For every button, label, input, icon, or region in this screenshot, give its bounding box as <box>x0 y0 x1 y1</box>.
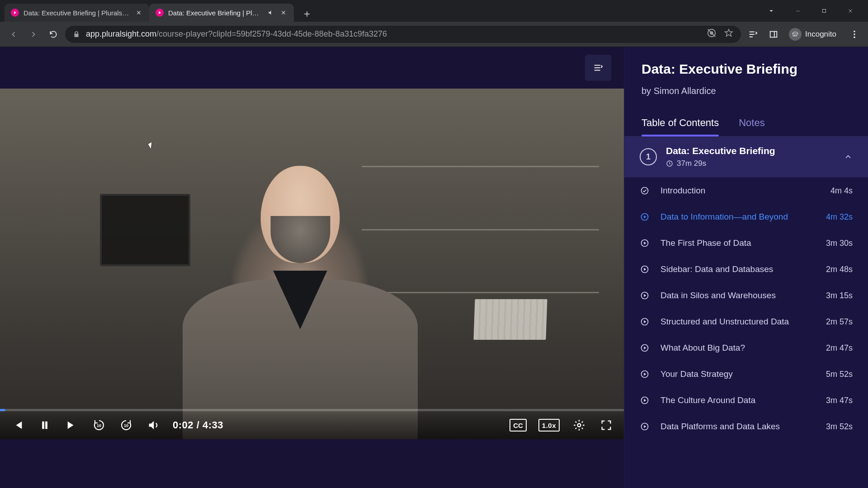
clip-duration: 2m 47s <box>826 343 853 353</box>
profile-button[interactable]: Incognito <box>786 26 842 42</box>
browser-reload-button[interactable] <box>45 26 61 42</box>
video-column: 10 10 0:02 / 4:33 CC 1.0x <box>0 47 624 488</box>
svg-rect-3 <box>770 31 777 37</box>
next-clip-button[interactable] <box>64 418 80 433</box>
address-bar[interactable]: app.pluralsight.com/course-player?clipId… <box>65 26 741 43</box>
clip-title: Structured and Unstructured Data <box>660 317 815 327</box>
play-circle-icon <box>640 264 650 274</box>
video-controls: 10 10 0:02 / 4:33 CC 1.0x <box>0 411 624 439</box>
playback-speed-button[interactable]: 1.0x <box>538 419 560 432</box>
clip-row[interactable]: Data in Silos and Warehouses3m 15s <box>624 282 868 309</box>
side-panel-icon[interactable] <box>765 26 782 42</box>
clip-row[interactable]: Your Data Strategy5m 52s <box>624 361 868 387</box>
browser-action-icons: Incognito <box>745 26 863 42</box>
clip-title: Sidebar: Data and Databases <box>660 264 815 274</box>
volume-button[interactable] <box>146 418 161 433</box>
audio-playing-icon[interactable] <box>267 9 275 17</box>
clip-row[interactable]: Sidebar: Data and Databases2m 48s <box>624 256 868 282</box>
play-circle-icon <box>640 291 650 300</box>
clip-duration: 3m 47s <box>826 396 853 405</box>
window-minimize-button[interactable] <box>785 3 811 19</box>
browser-tab-1[interactable]: Data: Executive Briefing | Pluralsight <box>149 4 294 22</box>
course-sidebar: Data: Executive Briefing by Simon Allard… <box>624 47 868 488</box>
play-pause-button[interactable] <box>37 418 52 433</box>
clip-duration: 3m 30s <box>826 239 853 248</box>
module-number-badge: 1 <box>640 148 657 165</box>
play-circle-icon <box>640 238 650 248</box>
clip-title: Data to Information—and Beyond <box>660 212 815 222</box>
clip-duration: 4m 4s <box>830 186 853 196</box>
course-title: Data: Executive Briefing <box>642 61 851 77</box>
url-text: app.pluralsight.com/course-player?clipId… <box>86 29 701 39</box>
tracking-blocked-icon[interactable] <box>707 28 717 40</box>
video-still-image <box>0 89 624 439</box>
tab-title: Data: Executive Briefing | Pluralsight <box>24 9 130 17</box>
module-header[interactable]: 1 Data: Executive Briefing 37m 29s <box>624 136 868 178</box>
clip-row[interactable]: The First Phase of Data3m 30s <box>624 230 868 256</box>
browser-titlebar: Data: Executive Briefing | Pluralsight D… <box>0 0 868 22</box>
forward-10-button[interactable]: 10 <box>118 418 134 433</box>
clip-list: Introduction4m 4sData to Information—and… <box>624 178 868 488</box>
clip-title: What About Big Data? <box>660 343 815 353</box>
browser-back-button[interactable] <box>5 26 22 42</box>
clip-title: Introduction <box>660 186 820 196</box>
browser-tab-0[interactable]: Data: Executive Briefing | Pluralsight <box>5 4 149 22</box>
clock-icon <box>666 160 673 167</box>
clip-duration: 5m 52s <box>826 370 853 379</box>
module-title: Data: Executive Briefing <box>666 145 835 156</box>
closed-captions-button[interactable]: CC <box>509 419 527 432</box>
toggle-sidebar-button[interactable] <box>585 55 611 81</box>
tab-title: Data: Executive Briefing | Pluralsight <box>168 9 262 17</box>
clip-title: Your Data Strategy <box>660 369 815 379</box>
window-maximize-button[interactable] <box>811 3 837 19</box>
bookmark-star-icon[interactable] <box>724 28 734 40</box>
rewind-10-button[interactable]: 10 <box>91 418 107 433</box>
tab-notes[interactable]: Notes <box>739 117 764 136</box>
browser-menu-button[interactable] <box>846 26 863 42</box>
clip-duration: 2m 48s <box>826 265 853 274</box>
previous-clip-button[interactable] <box>10 418 25 433</box>
fullscreen-button[interactable] <box>599 418 614 433</box>
incognito-icon <box>789 28 802 41</box>
play-circle-icon <box>640 317 650 327</box>
clip-row[interactable]: Introduction4m 4s <box>624 178 868 204</box>
tab-table-of-contents[interactable]: Table of Contents <box>642 117 719 136</box>
browser-tabs: Data: Executive Briefing | Pluralsight D… <box>0 0 762 22</box>
video-header-bar <box>0 47 624 89</box>
pluralsight-favicon-icon <box>11 9 19 17</box>
play-circle-icon <box>640 369 650 379</box>
clip-row[interactable]: Structured and Unstructured Data2m 57s <box>624 309 868 335</box>
browser-forward-button[interactable] <box>25 26 42 42</box>
svg-point-4 <box>854 30 855 32</box>
clip-title: Data Platforms and Data Lakes <box>660 422 815 432</box>
svg-text:10: 10 <box>124 423 128 428</box>
window-close-button[interactable] <box>837 3 863 19</box>
svg-text:10: 10 <box>97 423 101 428</box>
window-controls <box>785 3 863 19</box>
tab-search-button[interactable] <box>762 3 780 19</box>
svg-point-6 <box>854 36 855 38</box>
svg-rect-0 <box>823 9 826 13</box>
svg-point-11 <box>642 188 648 194</box>
close-tab-icon[interactable] <box>279 9 288 17</box>
svg-point-9 <box>578 424 581 427</box>
clip-row[interactable]: The Culture Around Data3m 47s <box>624 387 868 413</box>
clip-title: Data in Silos and Warehouses <box>660 291 815 300</box>
collapse-module-icon[interactable] <box>844 152 853 161</box>
video-player[interactable]: 10 10 0:02 / 4:33 CC 1.0x <box>0 89 624 439</box>
clip-duration: 4m 32s <box>826 212 853 222</box>
clip-row[interactable]: Data to Information—and Beyond4m 32s <box>624 204 868 230</box>
check-circle-icon <box>640 186 650 196</box>
new-tab-button[interactable] <box>299 6 315 22</box>
clip-title: The First Phase of Data <box>660 238 815 248</box>
close-tab-icon[interactable] <box>135 9 143 17</box>
module-duration: 37m 29s <box>666 159 835 168</box>
browser-toolbar: app.pluralsight.com/course-player?clipId… <box>0 22 868 47</box>
settings-gear-icon[interactable] <box>571 418 587 433</box>
clip-row[interactable]: What About Big Data?2m 47s <box>624 335 868 361</box>
reading-list-icon[interactable] <box>745 26 761 42</box>
clip-duration: 3m 52s <box>826 422 853 432</box>
secure-lock-icon <box>72 30 80 38</box>
play-circle-icon <box>640 395 650 405</box>
clip-row[interactable]: Data Platforms and Data Lakes3m 52s <box>624 413 868 440</box>
